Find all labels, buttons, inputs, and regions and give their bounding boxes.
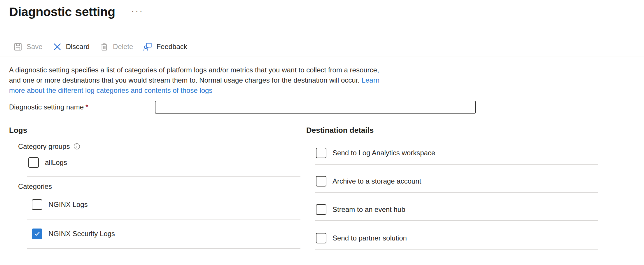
categories-label: Categories (18, 182, 52, 191)
destination-divider (315, 220, 598, 221)
description-line1: A diagnostic setting specifies a list of… (9, 66, 379, 74)
discard-button[interactable]: Discard (52, 42, 90, 52)
storage-account-label: Archive to a storage account (332, 177, 421, 185)
alllogs-label: allLogs (45, 158, 67, 167)
nginx-security-logs-checkbox[interactable] (32, 229, 42, 239)
checkbox-row-log-analytics[interactable]: Send to Log Analytics workspace (316, 148, 435, 158)
description-line2: and one or more destinations that you wo… (9, 76, 360, 84)
logs-divider (27, 248, 300, 249)
category-groups-row: Category groups (18, 142, 81, 151)
log-analytics-checkbox[interactable] (316, 148, 326, 158)
settings-columns: Logs Category groups allLogs Categories … (0, 125, 644, 265)
checkbox-row-storage-account[interactable]: Archive to a storage account (316, 176, 421, 186)
logs-heading: Logs (9, 125, 27, 135)
save-icon (13, 42, 23, 52)
partner-solution-checkbox[interactable] (316, 233, 326, 243)
nginx-logs-label: NGINX Logs (48, 201, 88, 209)
learn-more-link[interactable]: Learn (362, 76, 379, 84)
storage-account-checkbox[interactable] (316, 176, 326, 186)
destination-details-heading: Destination details (306, 125, 374, 135)
diagnostic-name-input[interactable] (155, 101, 476, 114)
save-button[interactable]: Save (13, 42, 43, 52)
alllogs-checkbox[interactable] (28, 157, 39, 168)
logs-divider (27, 219, 300, 219)
log-analytics-label: Send to Log Analytics workspace (332, 149, 435, 157)
event-hub-label: Stream to an event hub (332, 205, 405, 214)
destination-divider (315, 164, 598, 165)
checkbox-row-event-hub[interactable]: Stream to an event hub (316, 204, 405, 215)
page-title: Diagnostic setting (9, 3, 115, 20)
nginx-security-logs-label: NGINX Security Logs (48, 230, 115, 238)
feedback-button[interactable]: Feedback (143, 42, 187, 52)
info-icon[interactable] (73, 142, 81, 150)
destination-divider (315, 192, 598, 193)
command-bar: Save Discard Delete Feedback (13, 39, 644, 54)
checkbox-row-nginx-logs[interactable]: NGINX Logs (32, 199, 88, 210)
discard-label: Discard (66, 43, 90, 51)
diagnostic-name-label: Diagnostic setting name* (9, 103, 155, 111)
checkbox-row-alllogs[interactable]: allLogs (28, 157, 67, 168)
discard-icon (52, 42, 62, 52)
checkbox-row-nginx-security-logs[interactable]: NGINX Security Logs (32, 229, 115, 239)
category-groups-label: Category groups (18, 142, 70, 151)
delete-icon (99, 42, 109, 52)
feedback-icon (143, 42, 153, 52)
save-label: Save (27, 43, 43, 51)
delete-label: Delete (113, 43, 133, 51)
delete-button[interactable]: Delete (99, 42, 133, 52)
feedback-label: Feedback (156, 43, 187, 51)
toolbar-divider (0, 57, 644, 57)
nginx-logs-checkbox[interactable] (32, 199, 42, 210)
more-options-button[interactable]: ··· (130, 7, 145, 16)
event-hub-checkbox[interactable] (316, 204, 326, 215)
page-header: Diagnostic setting ··· (0, 0, 644, 20)
checkbox-row-partner-solution[interactable]: Send to partner solution (316, 233, 407, 243)
destination-divider (315, 249, 598, 250)
required-asterisk: * (85, 103, 88, 111)
learn-more-link-continued[interactable]: more about the different log categories … (9, 86, 212, 94)
diagnostic-name-row: Diagnostic setting name* (9, 101, 644, 114)
description-text: A diagnostic setting specifies a list of… (9, 65, 644, 95)
partner-solution-label: Send to partner solution (332, 234, 407, 242)
logs-divider (27, 176, 300, 177)
checkmark-icon (33, 230, 41, 238)
